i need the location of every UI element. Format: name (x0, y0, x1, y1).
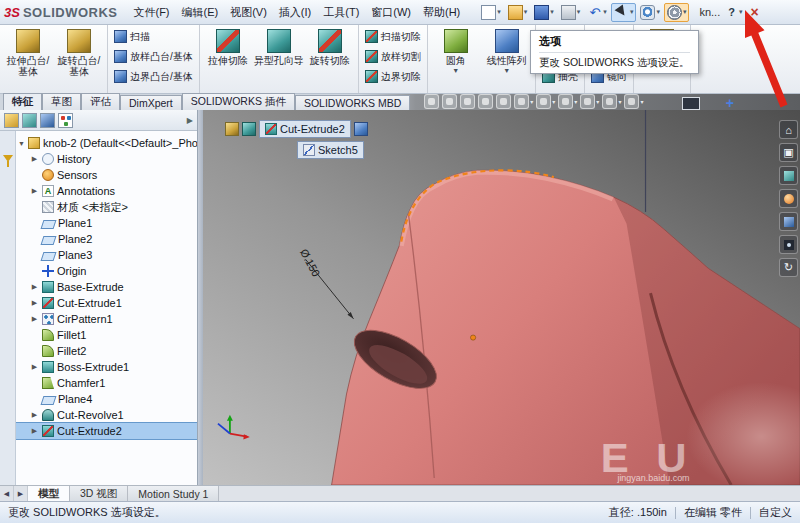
undo-dropdown-icon[interactable]: ▾ (603, 8, 607, 16)
menu-item[interactable]: 视图(V) (224, 4, 273, 20)
display-manager-tab-icon[interactable] (58, 113, 73, 128)
edit-appearance-icon[interactable]: ▾ (580, 94, 599, 109)
previous-view-icon[interactable] (460, 94, 475, 109)
ribbon-button[interactable]: 扫描切除 (362, 27, 424, 46)
ribbon-button[interactable]: 边界切除 (362, 67, 424, 86)
tab-scroll-right-icon[interactable]: ▶ (14, 486, 28, 501)
dropdown-arrow-icon[interactable]: ▾ (596, 98, 599, 105)
tree-item[interactable]: Sensors (16, 167, 197, 183)
document-tab[interactable]: 模型 (28, 486, 70, 501)
ribbon-button[interactable]: 边界凸台/基体 (111, 67, 196, 86)
tree-item[interactable]: Chamfer1 (16, 375, 197, 391)
breadcrumb-more-icon[interactable] (354, 122, 368, 136)
options-gear-button[interactable]: ▾ (664, 3, 690, 22)
new-document-dropdown-icon[interactable]: ▾ (497, 8, 501, 16)
ribbon-button[interactable]: 圆角▼ (431, 27, 481, 76)
ribbon-button[interactable]: 放样切割 (362, 47, 424, 66)
expand-arrow-icon[interactable]: ▶ (30, 155, 39, 163)
ribbon-button[interactable]: 旋转凸台/基体 (54, 27, 104, 79)
appearance-tool-icon[interactable] (779, 189, 798, 208)
breadcrumb-feature-chip[interactable]: Cut-Extrude2 (259, 120, 351, 138)
expand-arrow-icon[interactable]: ▼ (18, 140, 25, 147)
tree-item[interactable]: ▶Boss-Extrude1 (16, 359, 197, 375)
options-gear-dropdown-icon[interactable]: ▾ (683, 8, 687, 16)
expand-arrow-icon[interactable]: ▶ (30, 187, 39, 195)
print-dropdown-icon[interactable]: ▾ (577, 8, 581, 16)
hide-show-items-icon[interactable]: ▾ (558, 94, 577, 109)
apply-scene-icon[interactable]: ▾ (602, 94, 621, 109)
document-tab[interactable]: Motion Study 1 (128, 486, 219, 501)
status-custom[interactable]: 自定义 (759, 505, 792, 520)
tree-item[interactable]: Plane4 (16, 391, 197, 407)
filter-funnel-icon[interactable] (3, 155, 13, 162)
menu-item[interactable]: 编辑(E) (176, 4, 225, 20)
tree-item[interactable]: Fillet1 (16, 327, 197, 343)
menu-item[interactable]: 帮助(H) (417, 4, 466, 20)
display-settings-button[interactable]: ▾ (637, 3, 663, 22)
display-settings-dropdown-icon[interactable]: ▾ (656, 8, 660, 16)
dropdown-arrow-icon[interactable]: ▾ (530, 98, 533, 105)
breadcrumb-part-icon[interactable] (225, 122, 239, 136)
commandmanager-tab[interactable]: 评估 (81, 93, 120, 110)
expand-arrow-icon[interactable]: ▶ (30, 363, 39, 371)
tree-item[interactable]: Plane1 (16, 215, 197, 231)
tree-item[interactable]: ▶Cut-Revolve1 (16, 407, 197, 423)
annotation-view-icon[interactable] (496, 94, 511, 109)
commandmanager-tab[interactable]: 草图 (42, 93, 81, 110)
commandmanager-tab[interactable]: SOLIDWORKS 插件 (182, 93, 295, 110)
tree-item[interactable]: ▶Annotations (16, 183, 197, 199)
ribbon-button[interactable]: 扫描 (111, 27, 153, 46)
document-tab[interactable]: 3D 视图 (70, 486, 128, 501)
tree-item[interactable]: Plane2 (16, 231, 197, 247)
tree-item[interactable]: ▶Cut-Extrude1 (16, 295, 197, 311)
sketch-point[interactable] (471, 335, 476, 340)
expand-arrow-icon[interactable]: ▶ (30, 283, 39, 291)
ribbon-button[interactable]: 异型孔向导 (254, 27, 304, 68)
tree-item[interactable]: Origin (16, 263, 197, 279)
help-button[interactable]: ? (726, 6, 737, 18)
expand-arrow-icon[interactable]: ▶ (30, 315, 39, 323)
viewport-canvas[interactable]: Ø.150 E U jingyan.baidu.com (203, 110, 800, 485)
menu-item[interactable]: 窗口(W) (365, 4, 417, 20)
property-manager-tab-icon[interactable] (22, 113, 37, 128)
pan-compass-icon[interactable]: + (726, 96, 734, 110)
tree-item[interactable]: ▶History (16, 151, 197, 167)
close-button[interactable]: × (746, 4, 762, 20)
tree-item[interactable]: ▶Base-Extrude (16, 279, 197, 295)
new-document-button[interactable]: ▾ (478, 3, 504, 22)
expand-arrow-icon[interactable]: ▶ (30, 427, 39, 435)
breadcrumb-body-icon[interactable] (242, 122, 256, 136)
scene-tool-icon[interactable] (779, 212, 798, 231)
tree-item[interactable]: Plane3 (16, 247, 197, 263)
view-orientation-icon[interactable]: ▾ (514, 94, 533, 109)
fullscreen-icon[interactable]: ▣ (779, 143, 798, 162)
section-view-icon[interactable] (478, 94, 493, 109)
expand-arrow-icon[interactable]: ▶ (30, 411, 39, 419)
save-dropdown-icon[interactable]: ▾ (550, 8, 554, 16)
undo-button[interactable]: ▾ (584, 3, 610, 22)
commandmanager-tab[interactable]: DimXpert (120, 95, 182, 110)
dropdown-arrow-icon[interactable]: ▾ (574, 98, 577, 105)
feature-tree-tab-icon[interactable] (4, 113, 19, 128)
select-arrow-button[interactable]: ▾ (611, 3, 637, 22)
dropdown-arrow-icon[interactable]: ▾ (640, 98, 643, 105)
tree-item[interactable]: 材质 <未指定> (16, 199, 197, 215)
ribbon-button[interactable]: 线性阵列▼ (482, 27, 532, 76)
search-box[interactable]: kn... (695, 5, 724, 19)
zoom-fit-icon[interactable] (424, 94, 439, 109)
tree-item[interactable]: ▶CirPattern1 (16, 311, 197, 327)
menu-item[interactable]: 工具(T) (317, 4, 365, 20)
ribbon-button[interactable]: 拉伸凸台/基体 (3, 27, 53, 79)
tree-item[interactable]: ▶Cut-Extrude2 (16, 423, 197, 439)
zoom-area-icon[interactable] (442, 94, 457, 109)
ribbon-button[interactable]: 旋转切除 (305, 27, 355, 68)
dropdown-arrow-icon[interactable]: ▼ (452, 67, 459, 74)
menu-item[interactable]: 文件(F) (127, 4, 175, 20)
menu-item[interactable]: 插入(I) (273, 4, 317, 20)
ribbon-button[interactable]: 拉伸切除 (203, 27, 253, 68)
display-style-tool-icon[interactable] (779, 166, 798, 185)
rotate-view-icon[interactable]: ↻ (779, 258, 798, 277)
tree-item[interactable]: ▼knob-2 (Default<<Default>_PhotoWo... (16, 135, 197, 151)
tab-scroll-left-icon[interactable]: ◀ (0, 486, 14, 501)
breadcrumb-sketch-chip[interactable]: Sketch5 (297, 141, 364, 159)
